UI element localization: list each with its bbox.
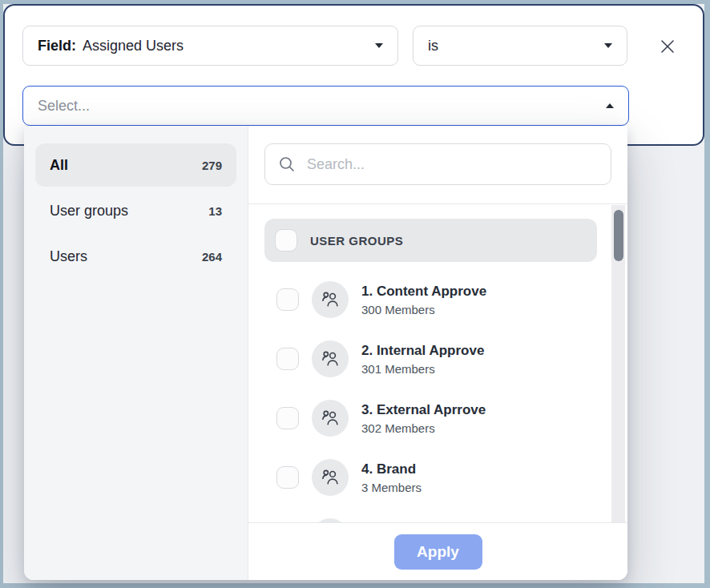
field-label: Field: (38, 38, 76, 54)
item-checkbox[interactable] (276, 288, 299, 311)
close-button[interactable] (656, 34, 680, 58)
item-subtitle: 301 Members (361, 362, 484, 376)
avatar (312, 518, 349, 522)
category-sidebar: All 279 User groups 13 Users 264 (24, 126, 248, 580)
list-item[interactable]: 1. Content Approve 300 Members (264, 278, 597, 321)
avatar (312, 400, 349, 437)
list-item[interactable]: 2. Internal Approve 301 Members (264, 337, 597, 381)
tab-count: 13 (208, 204, 222, 218)
tab-label: User groups (50, 203, 128, 219)
search-area (248, 126, 627, 204)
filter-panel: Field: Assigned Users is Select... (3, 4, 704, 146)
sidebar-item-all[interactable]: All 279 (35, 143, 236, 187)
item-title: 1. Content Approve (361, 283, 486, 300)
search-input[interactable] (305, 155, 598, 174)
item-checkbox[interactable] (276, 466, 299, 489)
user-group-icon (320, 408, 341, 429)
list-item-partial[interactable] (264, 515, 597, 522)
select-dropdown-popup: All 279 User groups 13 Users 264 (24, 126, 627, 580)
screen: Field: Assigned Users is Select... (0, 0, 710, 588)
operator-dropdown[interactable]: is (413, 26, 627, 66)
page-background: Field: Assigned Users is Select... (3, 4, 704, 583)
chevron-down-icon (604, 43, 612, 48)
apply-button[interactable]: Apply (394, 534, 482, 570)
item-subtitle: 300 Members (361, 303, 486, 316)
sidebar-item-users[interactable]: Users 264 (35, 235, 236, 278)
tab-count: 264 (202, 250, 222, 264)
group-header-label: USER GROUPS (310, 234, 403, 248)
item-checkbox[interactable] (276, 407, 299, 429)
tab-label: All (50, 157, 68, 174)
item-subtitle: 302 Members (361, 421, 486, 435)
select-all-checkbox[interactable] (275, 229, 297, 252)
tab-count: 279 (202, 159, 222, 172)
user-group-icon (320, 348, 341, 369)
chevron-down-icon (375, 43, 383, 48)
scrollbar-thumb[interactable] (614, 210, 623, 261)
item-title: 2. Internal Approve (361, 342, 484, 359)
scrollbar-track[interactable] (611, 205, 625, 522)
close-icon (658, 37, 677, 56)
value-select[interactable]: Select... (22, 86, 629, 126)
field-dropdown[interactable]: Field: Assigned Users (22, 26, 398, 66)
item-title: 4. Brand (361, 461, 422, 477)
user-group-icon (320, 467, 341, 488)
list-item[interactable]: 3. External Aprrove 302 Members (264, 397, 597, 440)
operator-value: is (428, 38, 604, 54)
search-box[interactable] (264, 143, 611, 185)
user-group-icon (320, 289, 341, 310)
tab-label: Users (50, 248, 87, 265)
list-item[interactable]: 4. Brand 3 Members (264, 456, 597, 499)
item-subtitle: 3 Members (361, 481, 422, 494)
item-checkbox[interactable] (276, 348, 299, 370)
results-panel: USER GROUPS (248, 126, 627, 580)
search-icon (278, 155, 296, 173)
avatar (312, 340, 349, 377)
avatar (312, 459, 349, 496)
popup-footer: Apply (248, 522, 627, 580)
value-select-placeholder: Select... (38, 98, 606, 115)
group-header-row[interactable]: USER GROUPS (264, 219, 597, 262)
item-title: 3. External Aprrove (361, 401, 486, 418)
user-groups-list: USER GROUPS (248, 204, 627, 522)
avatar (312, 281, 349, 318)
chevron-up-icon (606, 103, 614, 108)
sidebar-item-user-groups[interactable]: User groups 13 (35, 189, 236, 232)
field-value: Assigned Users (83, 38, 375, 54)
